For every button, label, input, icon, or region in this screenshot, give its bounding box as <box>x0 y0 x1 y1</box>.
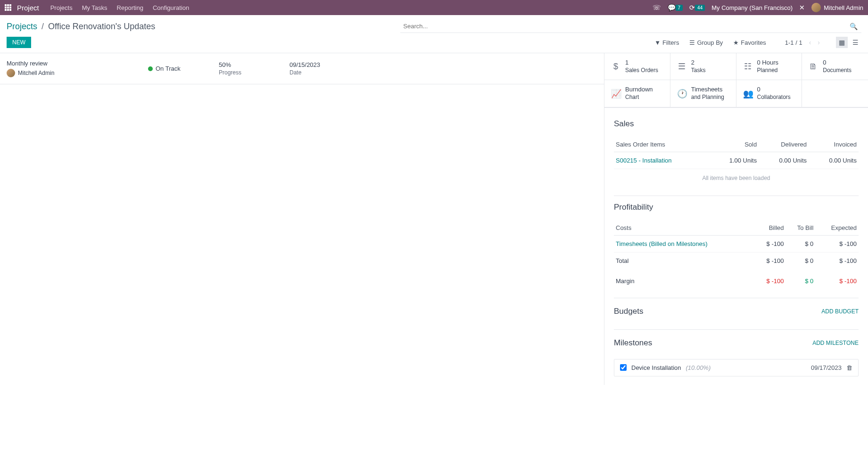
chart-icon: 📈 <box>611 89 620 99</box>
brand-label[interactable]: Project <box>17 4 39 12</box>
sales-delivered: 0.00 Units <box>759 152 809 169</box>
filters-button[interactable]: ▼ Filters <box>654 39 679 46</box>
pager-next[interactable]: › <box>818 39 820 46</box>
stat-label: Documents <box>823 67 851 74</box>
tools-icon[interactable]: ✕ <box>799 4 805 11</box>
profitability-title: Profitability <box>614 203 859 212</box>
stat-value: 1 <box>625 59 658 67</box>
th-costs: Costs <box>614 220 754 236</box>
user-menu[interactable]: Mitchell Admin <box>811 3 863 12</box>
sidebar: $ 1Sales Orders ☰ 2Tasks ☷ 0 HoursPlanne… <box>604 53 868 385</box>
cell-billed: $ -100 <box>754 235 785 252</box>
milestone-row[interactable]: Device Installation (10.00%) 09/17/2023 … <box>614 359 859 376</box>
favorites-label: Favorites <box>741 39 766 46</box>
author-name: Mitchell Admin <box>18 70 54 76</box>
milestone-name: Device Installation <box>631 364 681 371</box>
sales-invoiced: 0.00 Units <box>809 152 859 169</box>
messages-icon[interactable]: 💬7 <box>668 4 683 11</box>
nav-reporting[interactable]: Reporting <box>117 4 143 11</box>
add-milestone-button[interactable]: ADD MILESTONE <box>812 340 859 346</box>
stat-collaborators[interactable]: 👥 0Collaborators <box>736 80 802 107</box>
margin-label: Margin <box>614 269 754 289</box>
nav-projects[interactable]: Projects <box>50 4 73 11</box>
total-to-bill: $ 0 <box>785 252 815 269</box>
total-label: Total <box>614 252 754 269</box>
cell-expected: $ -100 <box>815 235 859 252</box>
document-icon: 🗎 <box>809 62 818 72</box>
stat-label: Tasks <box>691 67 706 74</box>
nav-my-tasks[interactable]: My Tasks <box>82 4 107 11</box>
search-icon[interactable]: 🔍 <box>850 23 858 30</box>
progress-label: Progress <box>219 69 289 76</box>
stat-value: Timesheets <box>691 86 724 94</box>
add-budget-button[interactable]: ADD BUDGET <box>821 308 859 315</box>
pager-text[interactable]: 1-1 / 1 <box>785 39 802 46</box>
company-selector[interactable]: My Company (San Francisco) <box>711 4 793 11</box>
stat-value: 2 <box>691 59 706 67</box>
profitability-item-link[interactable]: Timesheets (Billed on Milestones) <box>614 235 754 252</box>
milestones-title: Milestones <box>614 338 652 348</box>
star-icon: ★ <box>733 39 739 46</box>
milestone-checkbox[interactable] <box>620 364 627 371</box>
stat-label: Sales Orders <box>625 67 658 74</box>
list-view-button[interactable]: ☰ <box>850 37 861 48</box>
total-expected: $ -100 <box>815 252 859 269</box>
activities-icon[interactable]: ⟳44 <box>689 4 705 11</box>
margin-expected: $ -100 <box>815 269 859 289</box>
topbar: Project Projects My Tasks Reporting Conf… <box>0 0 868 15</box>
updates-list: Monthly review Mitchell Admin On Track 5… <box>0 53 604 385</box>
kanban-view-button[interactable]: ▦ <box>836 37 848 48</box>
profitability-table: Costs Billed To Bill Expected Timesheets… <box>614 220 859 289</box>
stat-grid: $ 1Sales Orders ☰ 2Tasks ☷ 0 HoursPlanne… <box>604 53 868 108</box>
loaded-message: All items have been loaded <box>614 169 859 187</box>
stat-tasks[interactable]: ☰ 2Tasks <box>670 53 736 80</box>
sales-item-link[interactable]: S00215 - Installation <box>614 152 709 169</box>
author-avatar <box>7 69 15 77</box>
new-button[interactable]: NEW <box>7 37 31 48</box>
username-label: Mitchell Admin <box>824 4 863 11</box>
cell-to-bill: $ 0 <box>785 235 815 252</box>
date-value: 09/15/2023 <box>289 61 360 68</box>
apps-icon[interactable] <box>5 4 11 11</box>
filters-label: Filters <box>662 39 679 46</box>
layers-icon: ☰ <box>689 39 695 46</box>
stat-timesheets[interactable]: 🕐 Timesheetsand Planning <box>670 80 736 107</box>
th-item: Sales Order Items <box>614 137 709 152</box>
tasks-icon: ☰ <box>677 61 686 72</box>
breadcrumb: Projects / Office Renovation's Updates <box>7 22 155 32</box>
profitability-row[interactable]: Timesheets (Billed on Milestones) $ -100… <box>614 235 859 252</box>
status-dot-icon <box>148 66 153 71</box>
stat-planned[interactable]: ☷ 0 HoursPlanned <box>736 53 802 80</box>
breadcrumb-projects[interactable]: Projects <box>7 22 37 31</box>
update-row[interactable]: Monthly review Mitchell Admin On Track 5… <box>0 53 604 84</box>
sales-row[interactable]: S00215 - Installation 1.00 Units 0.00 Un… <box>614 152 859 169</box>
sales-table: Sales Order Items Sold Delivered Invoice… <box>614 137 859 169</box>
milestone-pct: (10.00%) <box>686 364 711 371</box>
margin-to-bill: $ 0 <box>785 269 815 289</box>
stat-label: Planned <box>757 67 779 74</box>
trash-icon[interactable]: 🗑 <box>846 364 852 371</box>
sales-sold: 1.00 Units <box>709 152 759 169</box>
nav-configuration[interactable]: Configuration <box>153 4 189 11</box>
main: Monthly review Mitchell Admin On Track 5… <box>0 53 868 385</box>
favorites-button[interactable]: ★ Favorites <box>733 39 766 46</box>
th-to-bill: To Bill <box>785 220 815 236</box>
search-input[interactable] <box>400 20 861 33</box>
budgets-title: Budgets <box>614 307 643 316</box>
margin-billed: $ -100 <box>754 269 785 289</box>
profitability-margin-row: Margin $ -100 $ 0 $ -100 <box>614 269 859 289</box>
activities-badge: 44 <box>695 5 705 11</box>
profitability-total-row: Total $ -100 $ 0 $ -100 <box>614 252 859 269</box>
phone-icon[interactable]: ☏ <box>653 4 661 11</box>
clock-icon: 🕐 <box>677 89 686 99</box>
th-delivered: Delivered <box>759 137 809 152</box>
stat-label: and Planning <box>691 94 724 101</box>
date-label: Date <box>289 69 360 76</box>
group-by-button[interactable]: ☰ Group By <box>689 39 723 46</box>
breadcrumb-row: Projects / Office Renovation's Updates 🔍 <box>0 15 868 35</box>
pager-prev[interactable]: ‹ <box>809 39 811 46</box>
stat-burndown[interactable]: 📈 BurndownChart <box>604 80 670 107</box>
stat-sales-orders[interactable]: $ 1Sales Orders <box>604 53 670 80</box>
update-title: Monthly review <box>7 60 148 67</box>
stat-documents[interactable]: 🗎 0Documents <box>802 53 868 80</box>
